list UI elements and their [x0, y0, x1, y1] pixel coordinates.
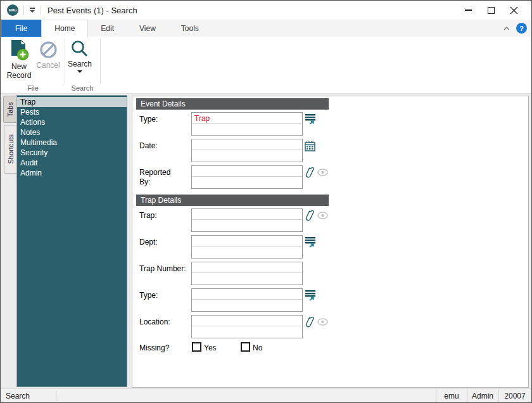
- collapse-ribbon-icon[interactable]: [504, 26, 510, 31]
- field-date-value[interactable]: [192, 139, 302, 150]
- titlebar-divider: [41, 6, 41, 15]
- search-icon: [70, 39, 89, 58]
- close-icon: [510, 6, 518, 15]
- section-header-trap-details: Trap Details: [136, 195, 329, 206]
- new-record-label: New Record: [4, 62, 34, 80]
- status-database: emu: [436, 389, 467, 403]
- field-label-trap-type: Type:: [139, 291, 190, 300]
- field-reported-by-value[interactable]: [192, 166, 302, 177]
- nav-item-pests[interactable]: Pests: [17, 107, 127, 117]
- field-dept[interactable]: [191, 235, 303, 259]
- nav-item-multimedia[interactable]: Multimedia: [17, 138, 127, 148]
- attach-icon[interactable]: [305, 316, 316, 329]
- ribbon: New Record Cancel Search File: [1, 37, 531, 94]
- nav-item-notes[interactable]: Notes: [17, 127, 127, 138]
- side-tab-shortcuts[interactable]: Shortcuts: [4, 125, 16, 174]
- tab-view[interactable]: View: [127, 20, 168, 37]
- nav-item-actions[interactable]: Actions: [17, 117, 127, 127]
- missing-yes-label: Yes: [204, 343, 217, 352]
- field-trap[interactable]: [191, 208, 303, 232]
- nav-item-admin[interactable]: Admin: [17, 168, 127, 178]
- side-tab-tabs[interactable]: Tabs: [3, 96, 16, 123]
- field-date[interactable]: [191, 139, 303, 162]
- field-location-value[interactable]: [192, 316, 302, 326]
- tab-edit[interactable]: Edit: [88, 20, 127, 37]
- close-button[interactable]: [502, 1, 525, 19]
- status-mode: Search: [1, 392, 56, 400]
- content-area: Tabs Shortcuts Trap Pests Actions Notes …: [1, 94, 531, 389]
- new-record-button[interactable]: New Record: [4, 39, 34, 80]
- tab-list-panel: Trap Pests Actions Notes Multimedia Secu…: [16, 95, 127, 387]
- field-label-reported-by: Reported By:: [139, 168, 179, 187]
- status-bar: Search emu Admin 20007: [1, 388, 531, 402]
- help-icon[interactable]: ?: [516, 23, 527, 34]
- titlebar-divider: [23, 6, 24, 15]
- field-dept-value[interactable]: [192, 236, 302, 246]
- nav-item-trap[interactable]: Trap: [17, 97, 127, 107]
- view-attachment-eye-icon: [317, 212, 328, 219]
- field-trap-value[interactable]: [192, 209, 302, 220]
- field-trap-number-value[interactable]: [192, 262, 302, 273]
- field-location[interactable]: [191, 315, 303, 338]
- app-window: EMu Pest Events (1) - Search File Home E…: [0, 0, 532, 403]
- ribbon-group-file: File: [1, 84, 65, 92]
- tab-file[interactable]: File: [1, 20, 41, 37]
- ribbon-group-divider: [65, 39, 65, 84]
- missing-no-label: No: [253, 343, 262, 352]
- status-user: Admin: [467, 389, 498, 403]
- field-reported-by[interactable]: [191, 165, 303, 189]
- calendar-icon[interactable]: [305, 141, 315, 151]
- field-event-type[interactable]: Trap: [191, 112, 303, 136]
- ribbon-group-divider: [100, 39, 101, 84]
- form-panel: Event Details Type: Trap Date:: [132, 96, 529, 388]
- maximize-icon: [488, 7, 495, 14]
- tab-tools[interactable]: Tools: [168, 20, 212, 37]
- status-number: 20007: [498, 389, 531, 403]
- field-label-missing: Missing?: [139, 343, 190, 353]
- titlebar: EMu Pest Events (1) - Search: [1, 1, 531, 20]
- view-attachment-eye-icon: [317, 169, 328, 176]
- field-label-type: Type:: [139, 115, 190, 124]
- search-label: Search: [66, 60, 94, 68]
- side-tab-tabs-label: Tabs: [6, 102, 14, 117]
- new-record-icon: [9, 39, 29, 61]
- missing-no-checkbox[interactable]: [241, 342, 250, 352]
- quick-access-dropdown-icon[interactable]: [29, 8, 35, 13]
- field-trap-number[interactable]: [191, 262, 303, 285]
- lookup-list-icon[interactable]: [305, 290, 317, 302]
- field-trap-type[interactable]: [191, 288, 303, 312]
- cancel-button[interactable]: Cancel: [34, 39, 62, 70]
- section-header-event-details: Event Details: [136, 98, 329, 110]
- search-dropdown-icon[interactable]: [77, 70, 82, 73]
- field-event-type-value[interactable]: Trap: [192, 113, 302, 124]
- lookup-list-icon[interactable]: [305, 236, 317, 248]
- lookup-list-icon[interactable]: [305, 113, 317, 125]
- attach-icon[interactable]: [305, 166, 316, 179]
- cancel-icon: [39, 41, 58, 59]
- missing-yes-checkbox[interactable]: [192, 342, 201, 352]
- side-tab-shortcuts-label: Shortcuts: [7, 134, 15, 163]
- ribbon-tab-bar: File Home Edit View Tools ?: [1, 20, 531, 37]
- ribbon-group-search: Search: [65, 84, 100, 92]
- tab-home[interactable]: Home: [41, 20, 88, 37]
- field-trap-type-value[interactable]: [192, 289, 302, 300]
- attach-icon[interactable]: [305, 209, 316, 222]
- field-label-location: Location:: [139, 317, 190, 327]
- maximize-button[interactable]: [479, 1, 502, 19]
- field-label-date: Date:: [139, 141, 190, 151]
- field-label-trap-number: Trap Number:: [139, 264, 190, 274]
- nav-item-audit[interactable]: Audit: [17, 158, 127, 168]
- status-divider: [56, 391, 56, 401]
- window-title: Pest Events (1) - Search: [48, 6, 137, 15]
- cancel-label: Cancel: [34, 61, 62, 70]
- minimize-icon: [465, 10, 472, 11]
- field-label-trap: Trap:: [139, 211, 190, 221]
- nav-item-security[interactable]: Security: [17, 148, 127, 158]
- emu-logo-icon: EMu: [7, 4, 18, 16]
- search-button[interactable]: Search: [66, 39, 94, 73]
- view-attachment-eye-icon: [317, 318, 328, 326]
- minimize-button[interactable]: [457, 1, 479, 19]
- field-label-dept: Dept:: [139, 238, 190, 247]
